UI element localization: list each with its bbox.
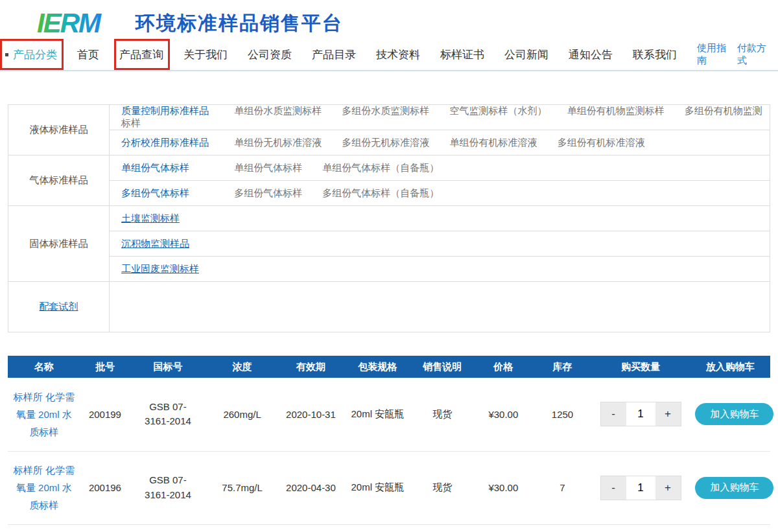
gsb-number: GSB 07-3161-2014 — [138, 400, 198, 429]
product-name-link[interactable]: 标样所 化学需氧量 20ml 水质标样 — [13, 461, 75, 514]
sales-note: 现货 — [412, 451, 473, 524]
product-row: 标样所 化学需氧量 20ml 水质标样 200196 GSB 07-3161-2… — [8, 451, 770, 524]
page: IERM 环境标准样品销售平台 产品分类 首页 产品查询 关于我们 公司资质 产… — [0, 0, 778, 525]
stock-value: 7 — [534, 451, 591, 524]
nav-item-company-news[interactable]: 公司新闻 — [504, 47, 548, 62]
table-row: 气体标准样品 单组份气体标样 单组份气体标样 单组份气体标样（自备瓶） — [8, 156, 770, 181]
package-spec: 20ml 安瓿瓶 — [343, 451, 412, 524]
subcategory-link[interactable]: 单组份有机标准溶液 — [450, 137, 537, 148]
category-group-gas: 气体标准样品 — [8, 156, 110, 206]
table-row: 沉积物监测样品 — [8, 231, 770, 257]
subcategory-link[interactable]: 多组份气体标样 — [234, 187, 302, 198]
expiry-date: 2020-10-31 — [278, 378, 343, 451]
price-value: ¥30.00 — [473, 451, 534, 524]
nav-item-product-categories[interactable]: 产品分类 — [5, 47, 57, 62]
bullet-icon — [5, 53, 8, 56]
quantity-increase-button[interactable]: + — [655, 402, 681, 426]
quantity-decrease-button[interactable]: - — [601, 476, 626, 500]
user-guide-link[interactable]: 使用指南 — [697, 42, 729, 67]
column-header-sales-note: 销售说明 — [412, 356, 473, 378]
ierm-logo-icon: IERM — [36, 8, 126, 38]
table-row: 配套试剂 — [8, 282, 770, 332]
quantity-increase-button[interactable]: + — [655, 476, 681, 500]
nav-item-label: 关于我们 — [183, 47, 228, 62]
table-row: 液体标准样品 质量控制用标准样品 单组份水质监测标样 多组份水质监测标样 空气监… — [8, 105, 770, 130]
sales-note: 现货 — [412, 378, 473, 451]
product-table-header-row: 名称 批号 国标号 浓度 有效期 包装规格 销售说明 价格 库存 购买数量 放入… — [8, 356, 770, 378]
nav-item-label: 联系我们 — [633, 47, 677, 62]
quantity-value[interactable]: 1 — [626, 476, 655, 500]
column-header-batch: 批号 — [80, 356, 130, 378]
nav-utility-links: 使用指南 付款方式 — [697, 42, 769, 67]
nav-item-contact-us[interactable]: 联系我们 — [633, 47, 677, 62]
expiry-date: 2020-04-30 — [278, 451, 343, 524]
nav-item-label: 产品目录 — [312, 47, 356, 62]
nav-item-technical-documents[interactable]: 技术资料 — [376, 47, 420, 62]
nav-item-label: 首页 — [77, 47, 99, 62]
table-row: 工业固废监测标样 — [8, 257, 770, 282]
nav-item-label: 通知公告 — [569, 47, 613, 62]
site-logo[interactable]: IERM — [36, 8, 126, 38]
nav-item-product-catalog[interactable]: 产品目录 — [312, 47, 356, 62]
column-header-price: 价格 — [473, 356, 534, 378]
payment-methods-link[interactable]: 付款方式 — [737, 42, 769, 67]
add-to-cart-button[interactable]: 加入购物车 — [695, 403, 773, 425]
column-header-quantity: 购买数量 — [591, 356, 690, 378]
subcategory-link[interactable]: 多组份有机标准溶液 — [558, 137, 645, 148]
product-table: 名称 批号 国标号 浓度 有效期 包装规格 销售说明 价格 库存 购买数量 放入… — [8, 356, 770, 525]
table-row: 固体标准样品 土壤监测标样 — [8, 206, 770, 231]
category-link-quality-control[interactable]: 质量控制用标准样品 — [121, 105, 231, 117]
column-header-concentration: 浓度 — [206, 356, 279, 378]
quantity-decrease-button[interactable]: - — [601, 402, 626, 426]
category-table: 液体标准样品 质量控制用标准样品 单组份水质监测标样 多组份水质监测标样 空气监… — [8, 104, 770, 332]
category-link-multi-gas[interactable]: 多组份气体标样 — [121, 187, 231, 200]
nav-item-label: 技术资料 — [376, 47, 420, 62]
nav-item-product-search[interactable]: 产品查询 — [119, 47, 163, 62]
product-name-link[interactable]: 标样所 化学需氧量 20ml 水质标样 — [13, 388, 75, 441]
nav-item-about-us[interactable]: 关于我们 — [183, 47, 228, 62]
main-nav: 产品分类 首页 产品查询 关于我们 公司资质 产品目录 技术资料 标样证书 公司… — [0, 39, 778, 71]
category-link-reagents[interactable]: 配套试剂 — [40, 301, 78, 312]
nav-item-label: 产品分类 — [13, 47, 57, 62]
category-link-single-gas[interactable]: 单组份气体标样 — [121, 162, 231, 174]
add-to-cart-button[interactable]: 加入购物车 — [695, 477, 773, 499]
subcategory-link[interactable]: 单组份有机物监测标样 — [567, 105, 665, 116]
stock-value: 1250 — [534, 378, 591, 451]
site-header: IERM 环境标准样品销售平台 — [0, 0, 778, 38]
nav-item-announcements[interactable]: 通知公告 — [569, 47, 613, 62]
column-header-expiry: 有效期 — [278, 356, 343, 378]
quantity-stepper: - 1 + — [600, 402, 681, 426]
gsb-number: GSB 07-3161-2014 — [138, 473, 198, 502]
category-group-solid: 固体标准样品 — [8, 206, 110, 282]
nav-item-label: 公司资质 — [248, 47, 292, 62]
nav-item-sample-certificates[interactable]: 标样证书 — [440, 47, 484, 62]
concentration-value: 75.7mg/L — [206, 451, 279, 524]
column-header-add-to-cart: 放入购物车 — [690, 356, 770, 378]
subcategory-link[interactable]: 多组份水质监测标样 — [342, 105, 429, 116]
package-spec: 20ml 安瓿瓶 — [343, 378, 412, 451]
price-value: ¥30.00 — [473, 378, 534, 451]
product-row: 标样所 化学需氧量 20ml 水质标样 200199 GSB 07-3161-2… — [8, 378, 770, 451]
subcategory-link[interactable]: 单组份水质监测标样 — [234, 105, 322, 116]
category-link-sediment[interactable]: 沉积物监测样品 — [121, 238, 231, 250]
subcategory-link[interactable]: 多组份气体标样（自备瓶） — [322, 187, 439, 198]
category-group-liquid: 液体标准样品 — [8, 105, 110, 156]
category-link-soil[interactable]: 土壤监测标样 — [121, 213, 231, 225]
nav-item-company-qualifications[interactable]: 公司资质 — [248, 47, 292, 62]
subcategory-link[interactable]: 空气监测标样（水剂） — [450, 105, 547, 116]
subcategory-link[interactable]: 多组份无机标准溶液 — [342, 137, 429, 148]
table-row: 多组份气体标样 多组份气体标样 多组份气体标样（自备瓶） — [8, 181, 770, 206]
category-link-industrial-waste[interactable]: 工业固废监测标样 — [121, 263, 231, 275]
quantity-stepper: - 1 + — [600, 476, 681, 500]
category-link-analysis-calibration[interactable]: 分析校准用标准样品 — [121, 137, 231, 149]
subcategory-link[interactable]: 单组份气体标样（自备瓶） — [322, 162, 439, 173]
table-row: 分析校准用标准样品 单组份无机标准溶液 多组份无机标准溶液 单组份有机标准溶液 … — [8, 130, 770, 156]
column-header-stock: 库存 — [534, 356, 591, 378]
subcategory-link[interactable]: 单组份无机标准溶液 — [234, 137, 322, 148]
nav-item-home[interactable]: 首页 — [77, 47, 99, 62]
batch-number: 200199 — [80, 378, 130, 451]
quantity-value[interactable]: 1 — [626, 402, 655, 426]
subcategory-link[interactable]: 单组份气体标样 — [234, 162, 302, 173]
column-header-package: 包装规格 — [343, 356, 412, 378]
batch-number: 200196 — [80, 451, 130, 524]
